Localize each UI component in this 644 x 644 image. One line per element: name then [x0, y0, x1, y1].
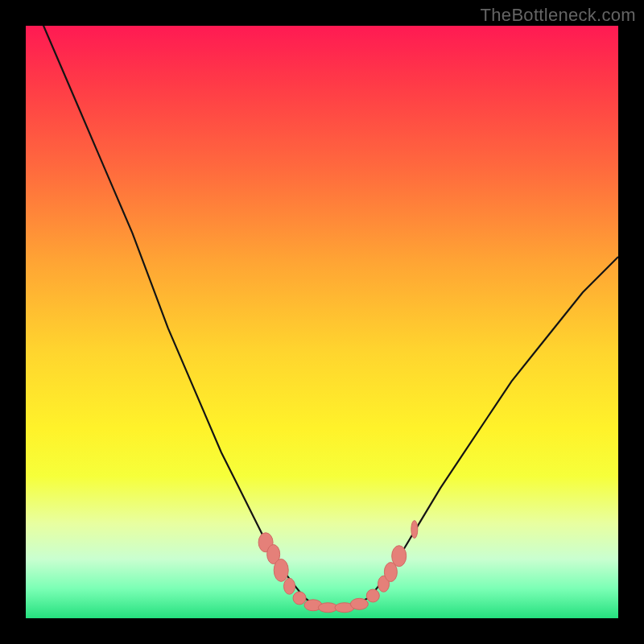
curve-path: [26, 26, 618, 609]
plot-area: [26, 26, 618, 618]
curve-marker: [366, 589, 379, 602]
curve-marker: [284, 578, 295, 594]
curve-marker: [350, 598, 368, 609]
curve-marker: [392, 546, 407, 567]
marker-layer: [258, 521, 418, 613]
watermark-text: TheBottleneck.com: [481, 5, 636, 26]
curve-marker: [411, 521, 418, 539]
curve-marker: [274, 559, 288, 581]
chart-frame: TheBottleneck.com: [0, 0, 644, 644]
bottleneck-curve: [26, 26, 618, 618]
curve-marker: [293, 592, 306, 605]
